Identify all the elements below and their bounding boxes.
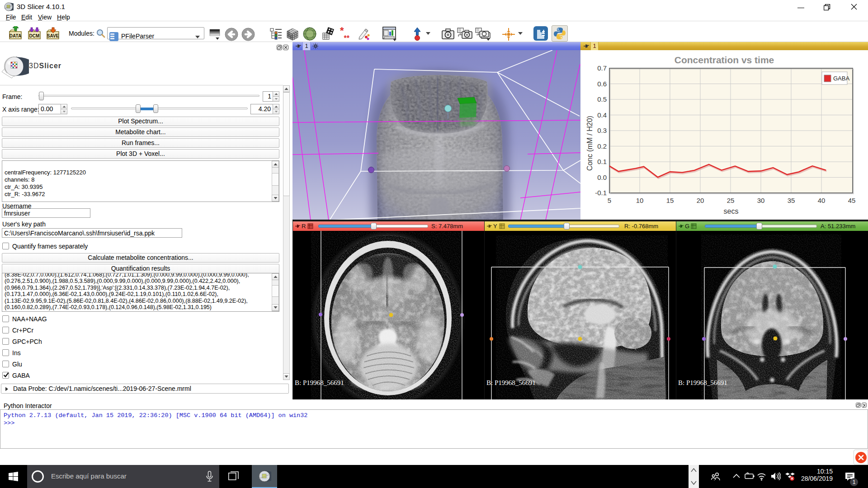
- svg-text:0.1: 0.1: [597, 158, 607, 165]
- svg-text:15: 15: [666, 197, 674, 204]
- svg-text:5: 5: [608, 197, 611, 204]
- svg-text:GABA: GABA: [833, 75, 849, 82]
- svg-text:0.5: 0.5: [597, 95, 607, 103]
- svg-text:20: 20: [697, 197, 704, 204]
- svg-text:B: P19968_56691: B: P19968_56691: [486, 379, 536, 386]
- svg-text:B: P19968_56691: B: P19968_56691: [678, 379, 727, 386]
- svg-text:0.2: 0.2: [597, 142, 607, 150]
- svg-text:10: 10: [636, 197, 644, 204]
- svg-text:B: P19968_56691: B: P19968_56691: [295, 379, 344, 386]
- svg-text:0.6: 0.6: [597, 80, 607, 88]
- svg-text:0.3: 0.3: [597, 127, 607, 134]
- svg-text:35: 35: [788, 197, 795, 204]
- svg-text:25: 25: [727, 197, 735, 204]
- svg-text:DCM: DCM: [29, 33, 40, 38]
- svg-text:Conc (mM / H20): Conc (mM / H20): [586, 116, 594, 171]
- svg-text:45: 45: [848, 197, 856, 204]
- svg-text:0.7: 0.7: [597, 64, 607, 72]
- svg-text:secs: secs: [724, 207, 739, 215]
- svg-text:0.4: 0.4: [597, 111, 607, 119]
- svg-text:0.0: 0.0: [597, 174, 607, 181]
- svg-text:30: 30: [757, 197, 765, 204]
- svg-text:40: 40: [818, 197, 826, 204]
- svg-text:-0.1: -0.1: [595, 189, 607, 197]
- svg-text:SAVE: SAVE: [47, 33, 59, 38]
- svg-text:DATA: DATA: [9, 33, 21, 38]
